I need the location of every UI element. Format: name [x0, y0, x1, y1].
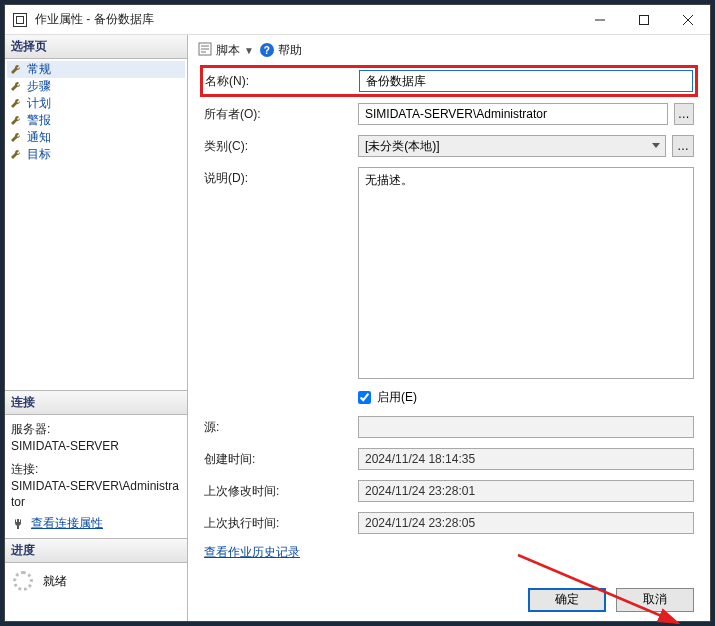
connection-info: 服务器: SIMIDATA-SERVER 连接: SIMIDATA-SERVER… — [5, 415, 187, 538]
category-browse-button[interactable]: … — [672, 135, 694, 157]
script-dropdown[interactable]: 脚本 ▼ — [198, 42, 254, 59]
nav-steps[interactable]: 步骤 — [7, 78, 185, 95]
app-icon — [13, 13, 27, 27]
connection-label: 连接: — [11, 461, 181, 478]
connection-value: SIMIDATA-SERVER\Administrator — [11, 478, 181, 512]
name-input[interactable] — [359, 70, 693, 92]
progress-header: 进度 — [5, 539, 187, 563]
svg-rect-1 — [640, 15, 649, 24]
created-label: 创建时间: — [204, 448, 358, 468]
help-button[interactable]: ? 帮助 — [260, 42, 302, 59]
nav-alerts[interactable]: 警报 — [7, 112, 185, 129]
lastrun-value: 2024/11/24 23:28:05 — [358, 512, 694, 534]
category-label: 类别(C): — [204, 135, 358, 155]
enabled-checkbox-input[interactable] — [358, 391, 371, 404]
dialog-window: 作业属性 - 备份数据库 选择页 常规 步骤 计划 警报 通知 目标 连接 — [4, 4, 711, 622]
view-job-history-link[interactable]: 查看作业历史记录 — [204, 544, 300, 561]
help-icon: ? — [260, 43, 274, 57]
owner-browse-button[interactable]: … — [674, 103, 694, 125]
created-value: 2024/11/24 18:14:35 — [358, 448, 694, 470]
main-panel: 脚本 ▼ ? 帮助 名称(N): 所有者(O): — [188, 35, 710, 621]
nav-list: 常规 步骤 计划 警报 通知 目标 — [5, 59, 187, 390]
wrench-icon — [9, 63, 23, 77]
name-label: 名称(N): — [205, 70, 359, 90]
owner-label: 所有者(O): — [204, 103, 358, 123]
close-button[interactable] — [666, 6, 710, 34]
nav-general[interactable]: 常规 — [7, 61, 185, 78]
source-value — [358, 416, 694, 438]
owner-input[interactable] — [358, 103, 668, 125]
sidebar: 选择页 常规 步骤 计划 警报 通知 目标 连接 服务器: SIMIDATA-S… — [5, 35, 188, 621]
enabled-checkbox[interactable]: 启用(E) — [358, 389, 417, 406]
select-page-header: 选择页 — [5, 35, 187, 59]
modified-label: 上次修改时间: — [204, 480, 358, 500]
progress-spinner-icon — [13, 571, 33, 591]
wrench-icon — [9, 80, 23, 94]
ok-button[interactable]: 确定 — [528, 588, 606, 612]
view-connection-props-link[interactable]: 查看连接属性 — [31, 515, 103, 532]
server-label: 服务器: — [11, 421, 181, 438]
script-icon — [198, 42, 212, 59]
wrench-icon — [9, 148, 23, 162]
nav-targets[interactable]: 目标 — [7, 146, 185, 163]
lastrun-label: 上次执行时间: — [204, 512, 358, 532]
modified-value: 2024/11/24 23:28:01 — [358, 480, 694, 502]
description-label: 说明(D): — [204, 167, 358, 187]
description-textarea[interactable] — [358, 167, 694, 379]
minimize-button[interactable] — [578, 6, 622, 34]
annotation-highlight: 名称(N): — [200, 65, 698, 97]
plug-icon — [11, 517, 25, 531]
category-select[interactable]: [未分类(本地)] — [358, 135, 666, 157]
nav-schedules[interactable]: 计划 — [7, 95, 185, 112]
cancel-button[interactable]: 取消 — [616, 588, 694, 612]
nav-notifications[interactable]: 通知 — [7, 129, 185, 146]
server-value: SIMIDATA-SERVER — [11, 438, 181, 455]
wrench-icon — [9, 131, 23, 145]
progress-status: 就绪 — [43, 573, 67, 590]
source-label: 源: — [204, 416, 358, 436]
dialog-footer: 确定 取消 — [188, 577, 710, 621]
title-bar: 作业属性 - 备份数据库 — [5, 5, 710, 35]
window-title: 作业属性 - 备份数据库 — [35, 11, 578, 28]
maximize-button[interactable] — [622, 6, 666, 34]
connection-header: 连接 — [5, 391, 187, 415]
chevron-down-icon: ▼ — [244, 45, 254, 56]
wrench-icon — [9, 97, 23, 111]
toolbar: 脚本 ▼ ? 帮助 — [188, 35, 710, 65]
wrench-icon — [9, 114, 23, 128]
